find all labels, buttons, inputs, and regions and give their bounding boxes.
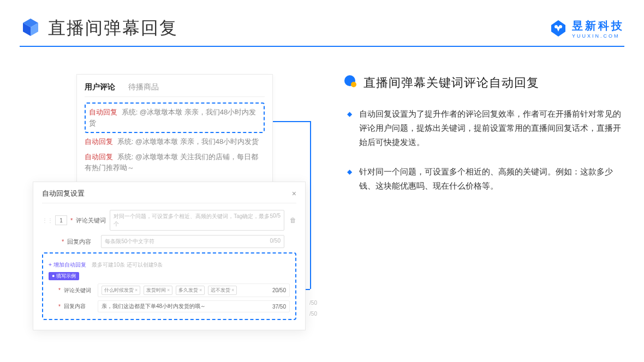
cube-icon [20, 16, 41, 40]
auto-reply-badge: 自动回复 [89, 108, 117, 116]
content-count: 0/50 [270, 238, 281, 245]
tab-pending-goods[interactable]: 待播商品 [128, 82, 159, 92]
header-left: 直播间弹幕回复 [20, 16, 178, 40]
example-kw-label: 评论关键词 [64, 287, 94, 294]
brand-logo: 昱新科技 YUUXIN.COM [549, 19, 624, 39]
main-content: 用户评论 待播商品 自动回复 系统: @冰墩墩本墩 亲亲，我们48小时内发货 自… [0, 47, 644, 330]
highlighted-comment: 自动回复 系统: @冰墩墩本墩 亲亲，我们48小时内发货 [85, 102, 265, 133]
modal-title: 自动回复设置 [42, 189, 85, 198]
content-label: 回复内容 [67, 238, 98, 246]
required-star: * [62, 238, 64, 245]
side-count: /50 [309, 311, 317, 317]
required-star: * [58, 287, 61, 293]
bullet-item: 针对同一个问题，可设置多个相近的、高频的关键词。例如：这款多少钱、这块能优惠吗、… [350, 165, 622, 193]
required-star: * [70, 217, 73, 224]
comments-card: 用户评论 待播商品 自动回复 系统: @冰墩墩本墩 亲亲，我们48小时内发货 自… [76, 74, 273, 188]
keyword-count: 0/5 [273, 213, 281, 228]
trash-icon[interactable]: 🗑 [290, 216, 296, 224]
connector-line [272, 121, 310, 122]
keyword-placeholder: 对同一个问题，可设置多个相近、高频的关键词，Tag确定，最多5个 [114, 213, 273, 228]
auto-reply-badge: 自动回复 [85, 137, 113, 146]
svg-point-6 [351, 82, 356, 87]
example-kw-count: 20/50 [272, 287, 286, 293]
connector-line [310, 121, 311, 289]
section-title: 直播间弹幕关键词评论自动回复 [363, 75, 539, 91]
keyword-input[interactable]: 对同一个问题，可设置多个相近、高频的关键词，Tag确定，最多5个 0/5 [110, 210, 284, 231]
example-content-label: 回复内容 [64, 303, 94, 310]
bullet-item: 自动回复设置为了提升作者的评论回复效率，作者可在开播前针对常见的评论用户问题，提… [350, 107, 622, 149]
add-hint: 最多可建10条 还可以创建9条 [92, 262, 162, 268]
drag-handle-icon[interactable]: ⋮⋮ [42, 218, 53, 224]
keyword-tag[interactable]: 迟不发货× [208, 286, 237, 295]
add-row: + 增加自动回复 最多可建10条 还可以创建9条 [49, 259, 290, 269]
right-column: 直播间弹幕关键词评论自动回复 自动回复设置为了提升作者的评论回复效率，作者可在开… [343, 74, 622, 330]
side-count: /50 [309, 300, 317, 306]
comment-line: 自动回复 系统: @冰墩墩本墩 亲亲，我们48小时内发货 [89, 107, 260, 129]
bullet-list: 自动回复设置为了提升作者的评论回复效率，作者可在开播前针对常见的评论用户问题，提… [343, 107, 622, 193]
add-auto-reply-link[interactable]: + 增加自动回复 [49, 262, 86, 268]
left-column: 用户评论 待播商品 自动回复 系统: @冰墩墩本墩 亲亲，我们48小时内发货 自… [33, 74, 317, 330]
content-input[interactable]: 每条限50个中文字符 0/50 [101, 235, 284, 248]
example-keyword-input[interactable]: 什么时候发货× 发货时间× 多久发货× 迟不发货× 20/50 [98, 283, 290, 297]
index-number: 1 [55, 215, 67, 225]
example-content-row: * 回复内容 亲，我们这边都是下单48小时内发货的哦～ 37/50 [49, 300, 290, 312]
comment-line: 自动回复 系统: @冰墩墩本墩 关注我们的店铺，每日都有热门推荐呦～ [85, 152, 265, 173]
tabs-bar: 用户评论 待播商品 [85, 82, 265, 97]
tab-user-comments[interactable]: 用户评论 [85, 82, 115, 92]
brand-cn: 昱新科技 [572, 19, 624, 33]
modal-header: 自动回复设置 × [42, 189, 296, 203]
example-content-input[interactable]: 亲，我们这边都是下单48小时内发货的哦～ 37/50 [98, 300, 290, 312]
keyword-tag[interactable]: 什么时候发货× [102, 286, 140, 295]
example-keyword-row: * 评论关键词 什么时候发货× 发货时间× 多久发货× 迟不发货× 20/50 [49, 283, 290, 297]
close-icon[interactable]: × [292, 189, 296, 198]
keyword-tag[interactable]: 发货时间× [144, 286, 172, 295]
example-content-count: 37/50 [272, 304, 286, 310]
tag-container: 什么时候发货× 发货时间× 多久发货× 迟不发货× [102, 286, 238, 295]
example-badge: ● 填写示例 [49, 272, 79, 280]
content-placeholder: 每条限50个中文字符 [105, 238, 154, 245]
required-star: * [58, 304, 61, 310]
settings-modal: 自动回复设置 × ⋮⋮ 1 * 评论关键词 对同一个问题，可设置多个相近、高频的… [33, 182, 306, 330]
example-highlight-box: + 增加自动回复 最多可建10条 还可以创建9条 ● 填写示例 * 评论关键词 … [42, 252, 296, 320]
bubble-icon [343, 74, 358, 92]
auto-reply-badge: 自动回复 [85, 153, 113, 161]
comment-line: 自动回复 系统: @冰墩墩本墩 亲亲，我们48小时内发货 [85, 136, 265, 147]
section-header: 直播间弹幕关键词评论自动回复 [343, 74, 622, 92]
page-header: 直播间弹幕回复 昱新科技 YUUXIN.COM [0, 0, 644, 40]
page-title: 直播间弹幕回复 [48, 16, 178, 40]
form-row-keyword: ⋮⋮ 1 * 评论关键词 对同一个问题，可设置多个相近、高频的关键词，Tag确定… [42, 210, 296, 231]
keyword-tag[interactable]: 多久发货× [176, 286, 205, 295]
example-content-text: 亲，我们这边都是下单48小时内发货的哦～ [102, 303, 206, 310]
keyword-label: 评论关键词 [76, 216, 106, 225]
form-row-content: * 回复内容 每条限50个中文字符 0/50 [42, 235, 296, 248]
brand-en: YUUXIN.COM [572, 33, 624, 39]
comment-text: 系统: @冰墩墩本墩 亲亲，我们48小时内发货 [117, 137, 259, 146]
